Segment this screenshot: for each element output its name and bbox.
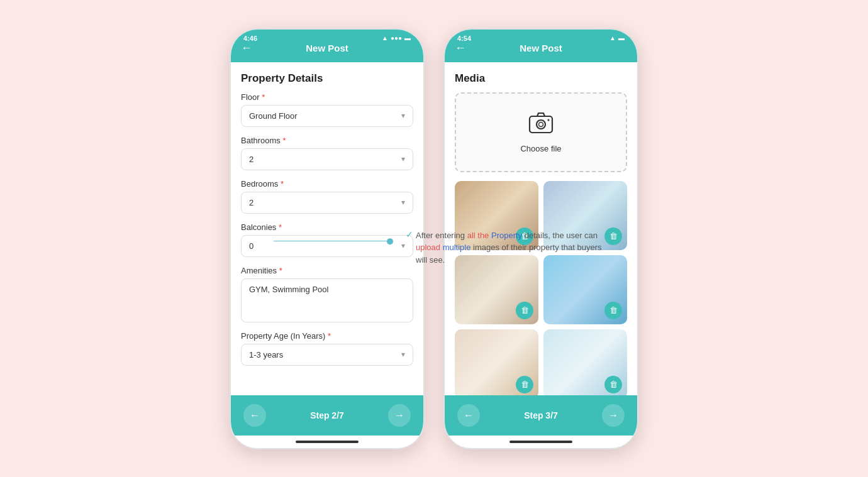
phone1-next-button[interactable]: → [388, 404, 411, 427]
back-button2[interactable]: ← [455, 41, 466, 55]
check-icon: ✓ [406, 229, 413, 239]
choose-file-label: Choose file [520, 144, 561, 153]
floor-select[interactable]: Ground Floor ▾ [241, 105, 413, 127]
bathrooms-field: Bathrooms * 2 ▾ [241, 136, 413, 170]
amenities-label: Amenities * [241, 266, 413, 275]
bathrooms-value: 2 [249, 155, 253, 164]
bedrooms-value: 2 [249, 198, 253, 207]
svg-point-1 [537, 120, 545, 129]
phone2-bottom: ← Step 3/7 → [445, 395, 637, 436]
annotation-text-box: ✓ After entering all the Property detail… [406, 229, 607, 266]
svg-rect-0 [530, 116, 552, 133]
phone2-prev-button[interactable]: ← [457, 404, 480, 427]
phone1-prev-button[interactable]: ← [243, 404, 266, 427]
delete-button-3[interactable]: 🗑 [516, 302, 533, 319]
bathrooms-select[interactable]: 2 ▾ [241, 148, 413, 170]
media-title: Media [455, 72, 627, 85]
property-age-chevron: ▾ [401, 350, 405, 359]
floor-label: Floor * [241, 92, 413, 102]
phone1-header: 4:46 ▲ ●●● ▬ ← New Post [231, 30, 423, 62]
bedrooms-required: * [281, 179, 284, 189]
horiz-line [274, 241, 387, 241]
bedrooms-label: Bedrooms * [241, 179, 413, 189]
annotation-line [274, 238, 393, 244]
back-button[interactable]: ← [241, 41, 252, 55]
property-age-required: * [328, 331, 331, 341]
image-grid: 🗑 🗑 🗑 🗑 🗑 🗑 [455, 181, 627, 395]
annotation-dot [387, 238, 393, 244]
floor-chevron: ▾ [401, 111, 405, 120]
phone2-header: 4:54 ▲ ▬ ← New Post [445, 30, 637, 62]
bedrooms-field: Bedrooms * 2 ▾ [241, 179, 413, 214]
camera-icon [528, 111, 554, 139]
phone2-step: Step 3/7 [524, 410, 558, 420]
home-indicator [231, 436, 423, 448]
property-age-select[interactable]: 1-3 years ▾ [241, 344, 413, 366]
bathrooms-required: * [282, 136, 286, 145]
image-item-5: 🗑 [455, 329, 538, 395]
phone2-next-button[interactable]: → [602, 404, 625, 427]
choose-file-button[interactable]: Choose file [455, 92, 627, 172]
image-item-6: 🗑 [543, 329, 627, 395]
phone1-step: Step 2/7 [310, 410, 344, 420]
bathrooms-label: Bathrooms * [241, 136, 413, 145]
delete-button-5[interactable]: 🗑 [516, 376, 533, 393]
annotation: ✓ After entering all the Property detail… [274, 236, 607, 266]
phone2-content: Media Choose file 🗑 [445, 62, 637, 395]
property-age-label: Property Age (In Years) * [241, 331, 413, 341]
floor-value: Ground Floor [249, 111, 298, 121]
phone1-bottom: ← Step 2/7 → [231, 395, 423, 436]
delete-button-4[interactable]: 🗑 [604, 302, 622, 319]
property-age-field: Property Age (In Years) * 1-3 years ▾ [241, 331, 413, 366]
svg-point-3 [548, 119, 550, 121]
amenities-textarea[interactable]: GYM, Swimming Pool [241, 278, 413, 322]
amenities-value: GYM, Swimming Pool [249, 285, 328, 294]
delete-button-2[interactable]: 🗑 [604, 228, 622, 245]
amenities-field: Amenities * GYM, Swimming Pool [241, 266, 413, 322]
nav-title: New Post [306, 43, 348, 53]
phone1-content: Property Details Floor * Ground Floor ▾ … [231, 62, 423, 395]
home-indicator2 [445, 436, 637, 448]
balconies-label: Balconies * [241, 222, 413, 232]
home-bar [296, 441, 359, 443]
floor-field: Floor * Ground Floor ▾ [241, 92, 413, 127]
amenities-required: * [279, 266, 282, 275]
property-age-value: 1-3 years [249, 350, 283, 359]
section-title: Property Details [241, 72, 413, 85]
balconies-value: 0 [249, 241, 253, 251]
nav-title2: New Post [520, 43, 562, 53]
delete-button-6[interactable]: 🗑 [604, 376, 622, 393]
bathrooms-chevron: ▾ [401, 155, 405, 163]
floor-required: * [262, 92, 265, 102]
svg-point-2 [539, 122, 543, 126]
bedrooms-chevron: ▾ [401, 198, 405, 207]
home-bar2 [509, 441, 572, 443]
balconies-required: * [279, 222, 282, 232]
annotation-text: After entering all the Property details,… [416, 229, 607, 266]
bedrooms-select[interactable]: 2 ▾ [241, 192, 413, 214]
